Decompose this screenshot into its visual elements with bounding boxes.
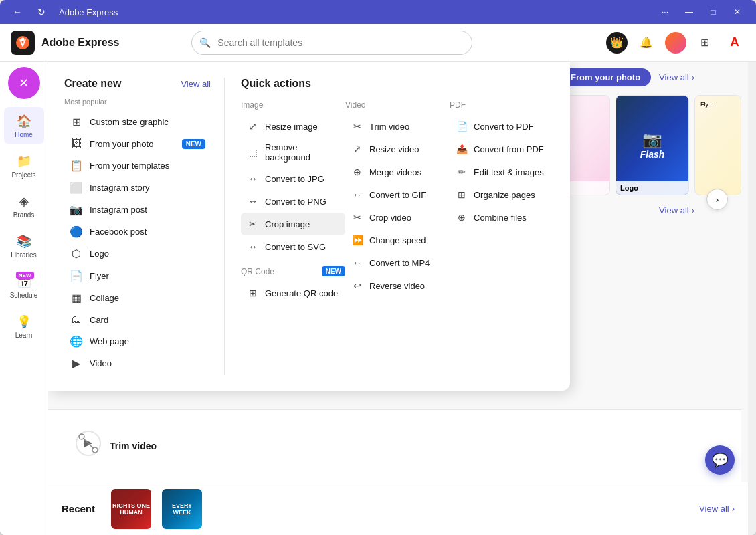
- qa-change-speed[interactable]: ⏩ Change speed: [345, 229, 450, 251]
- chat-icon: 💬: [712, 452, 729, 468]
- create-item-from-photo[interactable]: 🖼 From your photo NEW: [64, 133, 211, 154]
- trim-video-card-label: Trim video: [110, 441, 157, 451]
- svg-point-1: [21, 37, 25, 41]
- template-card-flash[interactable]: 📷 Flash Logo: [616, 95, 689, 195]
- search-icon: 🔍: [199, 37, 211, 48]
- qa-convert-png[interactable]: ↔ Convert to PNG: [241, 190, 345, 213]
- templates-view-all-area: View all ›: [659, 205, 694, 215]
- qa-convert-svg[interactable]: ↔ Convert to SVG: [241, 235, 345, 258]
- create-item-logo[interactable]: ⬡ Logo: [64, 243, 211, 265]
- qa-reverse-video[interactable]: ↩ Reverse video: [345, 274, 450, 297]
- template-card-flyer[interactable]: Fly...: [694, 95, 741, 195]
- create-item-web-page[interactable]: 🌐 Web page: [64, 330, 211, 352]
- chat-support-button[interactable]: 💬: [705, 445, 735, 475]
- close-icon: ✕: [19, 76, 29, 90]
- sidebar-item-projects[interactable]: 📁 Projects: [4, 147, 44, 185]
- minimize-button[interactable]: —: [678, 3, 700, 21]
- create-item-instagram-story-label: Instagram story: [90, 183, 150, 193]
- qa-combine-files[interactable]: ⊕ Combine files: [450, 206, 554, 229]
- more-options-button[interactable]: ···: [654, 3, 676, 21]
- qa-convert-to-pdf[interactable]: 📄 Convert to PDF: [450, 115, 554, 138]
- resize-video-icon: ⤢: [351, 142, 364, 156]
- qa-convert-gif-label: Convert to GIF: [369, 190, 426, 200]
- create-item-flyer[interactable]: 📄 Flyer: [64, 265, 211, 287]
- crown-avatar-button[interactable]: 👑: [606, 32, 628, 54]
- create-item-facebook-post[interactable]: 🔵 Facebook post: [64, 221, 211, 243]
- recent-view-all[interactable]: View all ›: [699, 504, 735, 514]
- crop-video-icon: ✂: [351, 211, 364, 224]
- create-item-instagram-post[interactable]: 📷 Instagram post: [64, 199, 211, 221]
- qa-pdf-title: PDF: [450, 100, 554, 110]
- qa-remove-background[interactable]: ⬚ Remove background: [241, 138, 345, 167]
- sidebar-libraries-label: Libraries: [11, 251, 36, 259]
- create-new-title: Create new: [64, 78, 121, 90]
- user-avatar[interactable]: [665, 32, 686, 54]
- app-logo-text: Adobe Express: [41, 37, 119, 49]
- sidebar-item-home[interactable]: 🏠 Home: [4, 107, 44, 144]
- adobe-icon-button[interactable]: A: [724, 32, 745, 54]
- create-item-collage[interactable]: ▦ Collage: [64, 287, 211, 309]
- create-item-card[interactable]: 🗂 Card: [64, 309, 211, 330]
- create-item-instagram-story[interactable]: ⬜ Instagram story: [64, 177, 211, 199]
- qa-crop-image[interactable]: ✂ Crop image: [241, 213, 345, 235]
- qa-organize-pages[interactable]: ⊞ Organize pages: [450, 183, 554, 206]
- search-input[interactable]: [191, 31, 472, 55]
- card-icon: 🗂: [70, 314, 83, 326]
- window-title: Adobe Express: [59, 7, 118, 17]
- create-new-view-all[interactable]: View all: [181, 79, 211, 89]
- qa-convert-gif[interactable]: ↔ Convert to GIF: [345, 183, 450, 206]
- create-item-from-templates[interactable]: 📋 From your templates: [64, 154, 211, 177]
- create-item-from-templates-label: From your templates: [90, 160, 169, 171]
- create-item-web-page-label: Web page: [90, 336, 129, 346]
- scrollbar[interactable]: [748, 62, 756, 535]
- qa-resize-video[interactable]: ⤢ Resize video: [345, 138, 450, 160]
- generate-qr-icon: ⊞: [246, 286, 260, 300]
- refresh-button[interactable]: ↻: [32, 3, 51, 21]
- qa-merge-videos[interactable]: ⊕ Merge videos: [345, 160, 450, 183]
- recent-thumb-rights[interactable]: RIGHTS ONE HUMAN: [111, 489, 151, 529]
- qa-crop-video[interactable]: ✂ Crop video: [345, 206, 450, 229]
- sidebar-learn-label: Learn: [15, 332, 33, 339]
- close-create-button[interactable]: ✕: [8, 67, 40, 99]
- quick-actions-section: Quick actions Image ⤢ Resize image: [225, 78, 554, 374]
- crop-image-icon: ✂: [246, 217, 260, 231]
- create-item-video[interactable]: ▶ Video: [64, 352, 211, 374]
- qa-resize-image[interactable]: ⤢ Resize image: [241, 115, 345, 138]
- qa-convert-png-label: Convert to PNG: [265, 197, 326, 207]
- facebook-post-icon: 🔵: [70, 225, 83, 238]
- templates-next-button[interactable]: ›: [706, 189, 728, 210]
- create-item-from-photo-label: From your photo: [90, 139, 153, 149]
- from-photo-tab[interactable]: From your photo: [560, 68, 651, 86]
- template-card-flyer-content: Fly...: [695, 96, 741, 113]
- back-button[interactable]: ←: [8, 3, 27, 21]
- photo-strip-view-all[interactable]: View all ›: [659, 72, 694, 82]
- qa-convert-mp4[interactable]: ↔ Convert to MP4: [345, 251, 450, 274]
- recent-label: Recent: [62, 503, 95, 514]
- qa-image-title: Image: [241, 100, 345, 110]
- qa-edit-text-images[interactable]: ✏ Edit text & images: [450, 160, 554, 183]
- create-item-custom-size[interactable]: ⊞ Custom size graphic: [64, 111, 211, 133]
- notifications-button[interactable]: 🔔: [636, 32, 657, 54]
- logo-icon: ⬡: [70, 247, 83, 260]
- chevron-right-icon: ›: [692, 72, 694, 82]
- photo-strip-header: From your photo View all ›: [560, 68, 694, 86]
- apps-grid-button[interactable]: ⊞: [694, 32, 716, 54]
- sidebar-item-schedule[interactable]: 📅 NEW Schedule: [4, 268, 44, 305]
- flyer-icon: 📄: [70, 270, 83, 282]
- sidebar-item-libraries[interactable]: 📚 Libraries: [4, 227, 44, 265]
- sidebar-item-learn[interactable]: 💡 Learn: [4, 308, 44, 345]
- logo-area: Adobe Express: [11, 31, 119, 55]
- templates-view-all[interactable]: View all ›: [659, 205, 694, 215]
- trim-video-card[interactable]: Trim video: [62, 421, 182, 471]
- maximize-button[interactable]: □: [702, 3, 724, 21]
- qa-generate-qr[interactable]: ⊞ Generate QR code: [241, 282, 345, 304]
- qa-convert-jpg[interactable]: ↔ Convert to JPG: [241, 167, 345, 190]
- sidebar-item-brands[interactable]: ◈ Brands: [4, 187, 44, 225]
- close-button[interactable]: ✕: [727, 3, 748, 21]
- create-item-video-label: Video: [90, 358, 112, 368]
- view-all-label: View all: [659, 205, 689, 215]
- recent-thumb-week[interactable]: EVERY WEEK: [162, 489, 202, 529]
- qa-convert-from-pdf[interactable]: 📤 Convert from PDF: [450, 138, 554, 160]
- qa-pdf-column: PDF 📄 Convert to PDF 📤 Convert from PDF: [450, 100, 554, 304]
- qa-trim-video[interactable]: ✂ Trim video: [345, 115, 450, 138]
